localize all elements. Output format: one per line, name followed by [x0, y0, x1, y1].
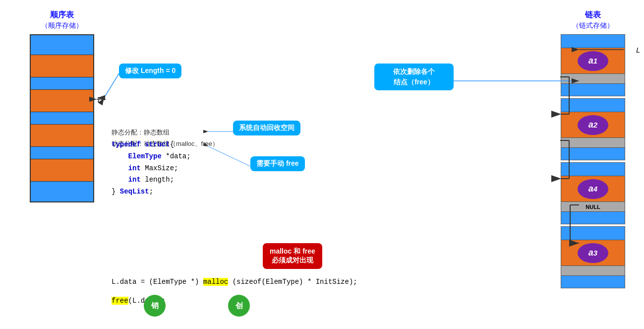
alloc-static: 静态分配：静态数组 [112, 127, 219, 138]
code-block: typedef struct{ ElemType *data; int MaxS… [112, 139, 191, 198]
seq-list-visual [30, 34, 94, 202]
seq-row-8 [31, 159, 93, 182]
linked-list-title: 链表 [561, 10, 625, 20]
node-a1: a1 [561, 34, 625, 96]
node-a2-oval: a2 [578, 115, 608, 135]
node-a1-gray [561, 74, 625, 84]
seq-list-subtitle: （顺序存储） [30, 21, 94, 30]
svg-line-2 [104, 73, 119, 98]
code-line-2: ElemType *data; [112, 151, 191, 163]
bubble-delete-nodes: 依次删除各个结点（free） [374, 64, 454, 90]
free-highlight: free [112, 297, 128, 305]
node-a2-gray [561, 138, 625, 148]
node-a2-top [561, 98, 625, 112]
code-line-4: int length; [112, 174, 191, 186]
node-a4-top [561, 162, 625, 176]
node-a1-oval-row: a1 [561, 48, 625, 74]
node-a4: a4 NULL [561, 162, 625, 224]
node-a3: a3 [561, 226, 625, 288]
node-a3-bottom [561, 276, 625, 288]
green-circle-xiao: 销 [144, 295, 166, 317]
L-label-right: L [636, 46, 640, 54]
L-label-left: L [98, 96, 102, 104]
seq-row-3 [31, 77, 93, 90]
node-a4-oval-row: a4 [561, 176, 625, 202]
node-a1-bottom [561, 84, 625, 96]
bubble-modify-length: 修改 Length = 0 [119, 64, 181, 78]
linked-list-section: 链表 （链式存储） a1 a2 a4 NULL [561, 10, 625, 288]
bubble-auto-recycle: 系统自动回收空间 [233, 121, 300, 135]
seq-row-6 [31, 125, 93, 147]
seq-row-1 [31, 35, 93, 55]
linked-list-subtitle: （链式存储） [561, 21, 625, 30]
code-section: typedef struct{ ElemType *data; int MaxS… [112, 139, 191, 198]
green-circle-chuang: 创 [228, 295, 250, 317]
code-line-5: } SeqList; [112, 186, 191, 198]
node-a1-top [561, 34, 625, 48]
malloc-highlight: malloc [203, 278, 228, 286]
node-a3-gray [561, 266, 625, 276]
code-line-3: int MaxSize; [112, 163, 191, 175]
seq-row-4 [31, 90, 93, 112]
node-a3-oval: a3 [578, 243, 608, 263]
malloc-line: L.data = (ElemType *) malloc (sizeof(Ele… [112, 278, 357, 286]
seq-row-9 [31, 182, 93, 201]
node-a4-null: NULL [561, 202, 625, 212]
node-a2-bottom [561, 148, 625, 160]
seq-row-5 [31, 112, 93, 125]
node-a3-top [561, 226, 625, 240]
main-container: 顺序表 （顺序存储） 修改 Length = 0 L 静态分配：静态数组 动态分… [0, 0, 644, 329]
bubble-manual-free: 需要手动 free [250, 156, 305, 171]
code-line-1: typedef struct{ [112, 139, 191, 151]
malloc-free-text: malloc 和 free必须成对出现 [270, 247, 315, 264]
node-a3-oval-row: a3 [561, 240, 625, 266]
bubble-malloc-free-pair: malloc 和 free必须成对出现 [263, 243, 322, 269]
node-a4-bottom [561, 212, 625, 224]
node-a2-oval-row: a2 [561, 112, 625, 138]
node-a1-oval: a1 [578, 51, 608, 71]
node-a4-oval: a4 [578, 179, 608, 199]
seq-row-2 [31, 55, 93, 77]
seq-row-7 [31, 147, 93, 159]
seq-list-title: 顺序表 [30, 10, 94, 20]
sequential-list-section: 顺序表 （顺序存储） [30, 10, 94, 202]
node-a2: a2 [561, 98, 625, 160]
